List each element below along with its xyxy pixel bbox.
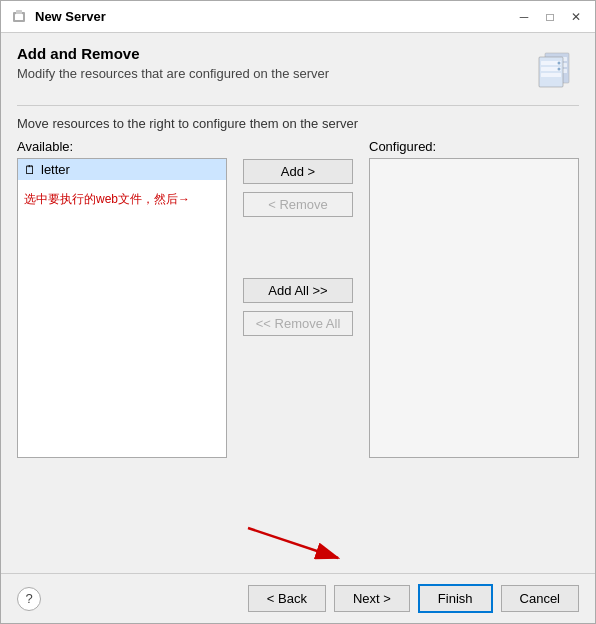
svg-rect-1 (15, 14, 23, 20)
cancel-button[interactable]: Cancel (501, 585, 579, 612)
footer: ? < Back Next > Finish Cancel (1, 573, 595, 623)
available-label: Available: (17, 139, 227, 154)
header-text: Add and Remove Modify the resources that… (17, 45, 531, 81)
remove-all-button[interactable]: << Remove All (243, 311, 353, 336)
arrow-area (17, 513, 579, 573)
title-bar: New Server ─ □ ✕ (1, 1, 595, 33)
svg-rect-10 (541, 73, 561, 77)
window-icon (9, 7, 29, 27)
panels-row: Available: 🗒 letter 选中要执行的web文件，然后→ Add … (17, 139, 579, 513)
svg-point-12 (558, 68, 561, 71)
red-arrow-svg (238, 518, 358, 568)
server-stack-icon (531, 45, 579, 93)
available-list[interactable]: 🗒 letter 选中要执行的web文件，然后→ (17, 158, 227, 458)
back-button[interactable]: < Back (248, 585, 326, 612)
available-panel: Available: 🗒 letter 选中要执行的web文件，然后→ (17, 139, 227, 458)
header-section: Add and Remove Modify the resources that… (17, 45, 579, 93)
maximize-button[interactable]: □ (539, 7, 561, 27)
window-controls: ─ □ ✕ (513, 7, 587, 27)
list-item[interactable]: 🗒 letter (18, 159, 226, 180)
header-subtitle: Modify the resources that are configured… (17, 66, 531, 81)
minimize-button[interactable]: ─ (513, 7, 535, 27)
window-title: New Server (35, 9, 513, 24)
finish-button[interactable]: Finish (418, 584, 493, 613)
content-area: Add and Remove Modify the resources that… (1, 33, 595, 573)
svg-point-11 (558, 62, 561, 65)
middle-buttons: Add > < Remove Add All >> << Remove All (227, 159, 369, 336)
add-all-button[interactable]: Add All >> (243, 278, 353, 303)
configured-panel: Configured: (369, 139, 579, 458)
list-item-label: letter (41, 162, 70, 177)
svg-rect-2 (16, 10, 22, 14)
close-button[interactable]: ✕ (565, 7, 587, 27)
instruction-text: Move resources to the right to configure… (17, 116, 579, 131)
remove-button[interactable]: < Remove (243, 192, 353, 217)
svg-line-14 (248, 528, 338, 558)
new-server-window: New Server ─ □ ✕ Add and Remove Modify t… (0, 0, 596, 624)
configured-label: Configured: (369, 139, 579, 154)
divider (17, 105, 579, 106)
annotation-text: 选中要执行的web文件，然后→ (24, 191, 190, 208)
header-title: Add and Remove (17, 45, 531, 62)
add-button[interactable]: Add > (243, 159, 353, 184)
file-icon: 🗒 (24, 163, 36, 177)
next-button[interactable]: Next > (334, 585, 410, 612)
configured-list[interactable] (369, 158, 579, 458)
help-button[interactable]: ? (17, 587, 41, 611)
